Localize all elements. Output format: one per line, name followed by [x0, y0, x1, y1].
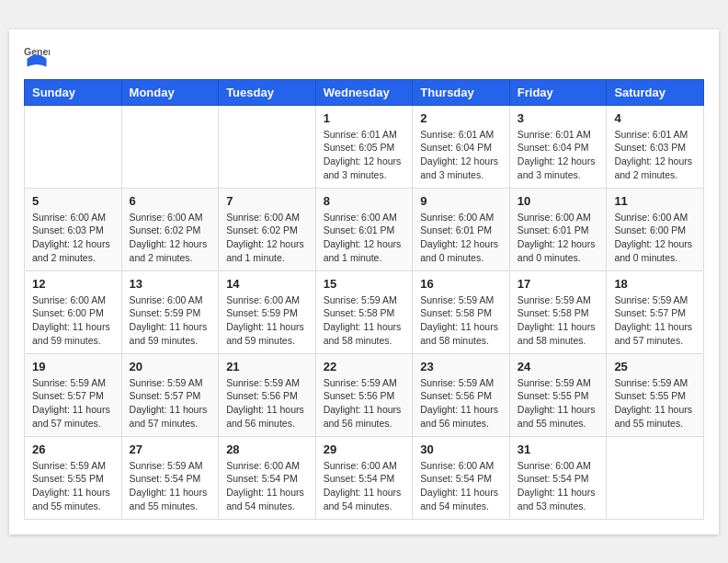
- logo-icon: General: [24, 44, 50, 70]
- day-info: Sunrise: 6:00 AMSunset: 5:54 PMDaylight:…: [518, 459, 599, 513]
- day-cell: [219, 105, 316, 188]
- day-cell: 8Sunrise: 6:00 AMSunset: 6:01 PMDaylight…: [315, 188, 413, 270]
- day-number: 11: [614, 194, 696, 208]
- day-number: 21: [226, 360, 308, 373]
- day-cell: 6Sunrise: 6:00 AMSunset: 6:02 PMDaylight…: [121, 188, 219, 270]
- day-info: Sunrise: 5:59 AMSunset: 5:56 PMDaylight:…: [226, 376, 308, 431]
- day-info: Sunrise: 5:59 AMSunset: 5:57 PMDaylight:…: [130, 376, 211, 431]
- day-number: 12: [32, 277, 114, 291]
- day-info: Sunrise: 5:59 AMSunset: 5:55 PMDaylight:…: [32, 459, 114, 513]
- logo: General: [24, 44, 53, 70]
- day-number: 30: [420, 442, 502, 456]
- day-cell: 7Sunrise: 6:00 AMSunset: 6:02 PMDaylight…: [219, 188, 316, 270]
- day-cell: 14Sunrise: 6:00 AMSunset: 5:59 PMDayligh…: [219, 270, 316, 353]
- weekday-header-friday: Friday: [509, 79, 607, 105]
- day-info: Sunrise: 6:00 AMSunset: 5:54 PMDaylight:…: [324, 459, 405, 513]
- day-cell: 2Sunrise: 6:01 AMSunset: 6:04 PMDaylight…: [413, 105, 510, 188]
- day-info: Sunrise: 5:59 AMSunset: 5:56 PMDaylight:…: [420, 376, 502, 431]
- day-info: Sunrise: 6:01 AMSunset: 6:05 PMDaylight:…: [324, 128, 405, 182]
- day-info: Sunrise: 6:00 AMSunset: 6:01 PMDaylight:…: [324, 211, 405, 265]
- day-number: 20: [130, 360, 211, 373]
- day-info: Sunrise: 6:00 AMSunset: 6:00 PMDaylight:…: [32, 293, 114, 348]
- weekday-header-tuesday: Tuesday: [219, 79, 316, 105]
- day-number: 19: [32, 360, 114, 373]
- day-cell: 12Sunrise: 6:00 AMSunset: 6:00 PMDayligh…: [25, 270, 122, 353]
- day-number: 29: [324, 442, 405, 456]
- weekday-header-saturday: Saturday: [607, 79, 704, 105]
- day-cell: 23Sunrise: 5:59 AMSunset: 5:56 PMDayligh…: [413, 353, 510, 436]
- weekday-header-row: SundayMondayTuesdayWednesdayThursdayFrid…: [25, 79, 704, 105]
- day-number: 24: [518, 360, 599, 373]
- day-number: 25: [614, 360, 696, 373]
- day-number: 22: [324, 360, 405, 373]
- day-cell: [25, 105, 122, 188]
- week-row-2: 12Sunrise: 6:00 AMSunset: 6:00 PMDayligh…: [25, 270, 704, 353]
- day-info: Sunrise: 6:01 AMSunset: 6:03 PMDaylight:…: [614, 128, 696, 182]
- day-number: 8: [324, 194, 405, 208]
- day-info: Sunrise: 5:59 AMSunset: 5:58 PMDaylight:…: [324, 293, 405, 348]
- week-row-3: 19Sunrise: 5:59 AMSunset: 5:57 PMDayligh…: [25, 353, 704, 436]
- day-info: Sunrise: 5:59 AMSunset: 5:55 PMDaylight:…: [518, 376, 599, 431]
- day-cell: 20Sunrise: 5:59 AMSunset: 5:57 PMDayligh…: [121, 353, 219, 436]
- day-cell: 29Sunrise: 6:00 AMSunset: 5:54 PMDayligh…: [315, 436, 413, 519]
- day-number: 31: [518, 442, 599, 456]
- day-info: Sunrise: 6:01 AMSunset: 6:04 PMDaylight:…: [420, 128, 502, 182]
- day-cell: 31Sunrise: 6:00 AMSunset: 5:54 PMDayligh…: [509, 436, 607, 519]
- day-cell: [121, 105, 219, 188]
- day-cell: 4Sunrise: 6:01 AMSunset: 6:03 PMDaylight…: [607, 105, 704, 188]
- day-number: 15: [324, 277, 405, 291]
- calendar-container: General SundayMondayTuesdayWednesdayThur…: [9, 29, 719, 534]
- day-cell: 18Sunrise: 5:59 AMSunset: 5:57 PMDayligh…: [607, 270, 704, 353]
- header: General: [24, 44, 704, 70]
- day-cell: 19Sunrise: 5:59 AMSunset: 5:57 PMDayligh…: [25, 353, 122, 436]
- day-info: Sunrise: 5:59 AMSunset: 5:55 PMDaylight:…: [614, 376, 696, 431]
- week-row-4: 26Sunrise: 5:59 AMSunset: 5:55 PMDayligh…: [25, 436, 704, 519]
- day-info: Sunrise: 6:00 AMSunset: 6:03 PMDaylight:…: [32, 211, 114, 265]
- day-info: Sunrise: 6:00 AMSunset: 5:54 PMDaylight:…: [226, 459, 308, 513]
- day-cell: 15Sunrise: 5:59 AMSunset: 5:58 PMDayligh…: [315, 270, 413, 353]
- weekday-header-sunday: Sunday: [25, 79, 122, 105]
- calendar-table: SundayMondayTuesdayWednesdayThursdayFrid…: [24, 79, 704, 520]
- day-cell: [607, 436, 704, 519]
- day-cell: 24Sunrise: 5:59 AMSunset: 5:55 PMDayligh…: [509, 353, 607, 436]
- day-info: Sunrise: 6:00 AMSunset: 6:01 PMDaylight:…: [420, 211, 502, 265]
- day-cell: 1Sunrise: 6:01 AMSunset: 6:05 PMDaylight…: [315, 105, 413, 188]
- day-cell: 27Sunrise: 5:59 AMSunset: 5:54 PMDayligh…: [121, 436, 219, 519]
- week-row-1: 5Sunrise: 6:00 AMSunset: 6:03 PMDaylight…: [25, 188, 704, 270]
- day-info: Sunrise: 6:00 AMSunset: 6:02 PMDaylight:…: [226, 211, 308, 265]
- weekday-header-wednesday: Wednesday: [315, 79, 413, 105]
- day-info: Sunrise: 5:59 AMSunset: 5:57 PMDaylight:…: [614, 293, 696, 348]
- day-number: 4: [614, 111, 696, 125]
- weekday-header-monday: Monday: [121, 79, 219, 105]
- day-cell: 11Sunrise: 6:00 AMSunset: 6:00 PMDayligh…: [607, 188, 704, 270]
- day-cell: 3Sunrise: 6:01 AMSunset: 6:04 PMDaylight…: [509, 105, 607, 188]
- day-number: 28: [226, 442, 308, 456]
- day-info: Sunrise: 6:00 AMSunset: 5:59 PMDaylight:…: [130, 293, 211, 348]
- day-number: 26: [32, 442, 114, 456]
- day-cell: 25Sunrise: 5:59 AMSunset: 5:55 PMDayligh…: [607, 353, 704, 436]
- day-cell: 28Sunrise: 6:00 AMSunset: 5:54 PMDayligh…: [219, 436, 316, 519]
- day-number: 7: [226, 194, 308, 208]
- day-number: 10: [518, 194, 599, 208]
- day-info: Sunrise: 6:00 AMSunset: 5:59 PMDaylight:…: [226, 293, 308, 348]
- day-info: Sunrise: 5:59 AMSunset: 5:56 PMDaylight:…: [324, 376, 405, 431]
- day-number: 17: [518, 277, 599, 291]
- day-number: 14: [226, 277, 308, 291]
- day-cell: 21Sunrise: 5:59 AMSunset: 5:56 PMDayligh…: [219, 353, 316, 436]
- day-number: 23: [420, 360, 502, 373]
- day-cell: 22Sunrise: 5:59 AMSunset: 5:56 PMDayligh…: [315, 353, 413, 436]
- day-number: 27: [130, 442, 211, 456]
- day-info: Sunrise: 5:59 AMSunset: 5:54 PMDaylight:…: [130, 459, 211, 513]
- day-info: Sunrise: 6:00 AMSunset: 5:54 PMDaylight:…: [420, 459, 502, 513]
- day-info: Sunrise: 5:59 AMSunset: 5:58 PMDaylight:…: [420, 293, 502, 348]
- day-number: 5: [32, 194, 114, 208]
- day-info: Sunrise: 6:01 AMSunset: 6:04 PMDaylight:…: [518, 128, 599, 182]
- day-cell: 13Sunrise: 6:00 AMSunset: 5:59 PMDayligh…: [121, 270, 219, 353]
- day-cell: 10Sunrise: 6:00 AMSunset: 6:01 PMDayligh…: [509, 188, 607, 270]
- day-cell: 16Sunrise: 5:59 AMSunset: 5:58 PMDayligh…: [413, 270, 510, 353]
- day-info: Sunrise: 5:59 AMSunset: 5:57 PMDaylight:…: [32, 376, 114, 431]
- day-number: 18: [614, 277, 696, 291]
- week-row-0: 1Sunrise: 6:01 AMSunset: 6:05 PMDaylight…: [25, 105, 704, 188]
- day-number: 13: [130, 277, 211, 291]
- day-info: Sunrise: 6:00 AMSunset: 6:00 PMDaylight:…: [614, 211, 696, 265]
